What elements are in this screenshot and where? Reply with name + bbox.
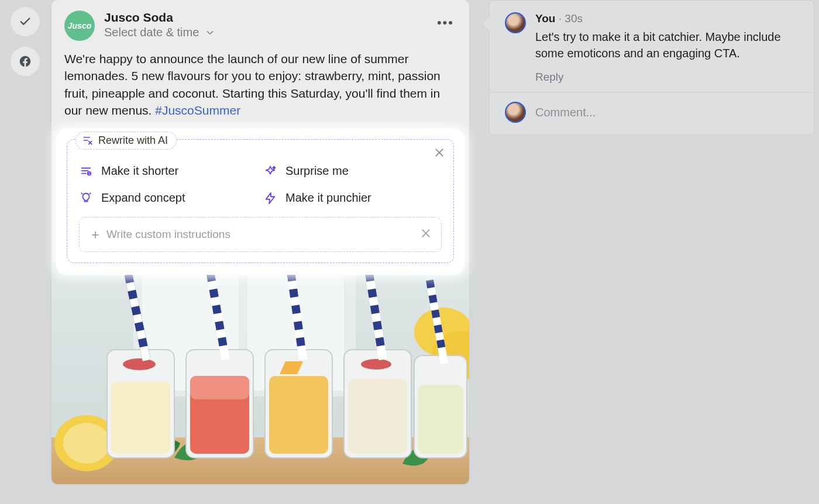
svg-rect-63 [426,279,435,288]
ai-option-label: Surprise me [285,164,349,178]
schedule-picker[interactable]: Select date & time [104,26,215,39]
svg-rect-59 [376,337,385,346]
comment-text: Let's try to make it a bit catchier. May… [535,29,799,61]
svg-rect-56 [367,288,377,298]
svg-rect-29 [125,274,135,284]
svg-rect-61 [418,385,463,454]
comment-header: You · 30s [535,12,799,25]
ai-option-label: Make it shorter [101,164,178,178]
svg-rect-49 [294,321,303,330]
approve-button[interactable] [11,7,40,36]
svg-rect-31 [131,306,141,316]
comment-input[interactable] [535,106,799,119]
svg-rect-42 [218,337,227,346]
plus-icon: ＋ [89,226,99,243]
check-icon [19,15,32,28]
schedule-label: Select date & time [104,26,199,39]
svg-rect-48 [291,305,301,314]
svg-line-9 [81,193,82,194]
avatar [505,102,526,123]
brand-avatar: Jusco [64,11,95,41]
ai-custom-instruction-field[interactable]: ＋ [79,217,442,252]
svg-rect-33 [138,337,148,347]
post-hashtag[interactable]: #JuscoSummer [155,103,240,117]
ai-rewrite-title-text: Rewrite with AI [98,134,168,147]
facebook-channel-button[interactable] [11,47,40,76]
reply-button[interactable]: Reply [535,71,799,84]
ai-option-shorter[interactable]: Make it shorter [79,164,257,178]
left-rail [11,7,40,76]
svg-rect-47 [289,288,298,298]
post-author-name: Jusco Soda [104,11,215,25]
rewrite-icon [82,134,94,146]
facebook-icon [19,55,32,68]
comment-time: · 30s [559,12,583,25]
speech-tail [483,17,490,31]
post-body[interactable]: We're happy to announce the launch of ou… [51,44,469,123]
svg-point-20 [63,423,110,464]
post-more-button[interactable]: ••• [435,11,456,35]
svg-rect-65 [431,309,440,318]
svg-rect-66 [434,324,443,333]
svg-rect-24 [111,382,170,454]
ai-custom-clear-button[interactable] [420,227,432,241]
post-text: We're happy to announce the launch of ou… [64,52,441,117]
ai-option-expand[interactable]: Expand concept [79,191,257,205]
shorter-icon [80,165,92,178]
svg-point-53 [361,359,391,370]
post-card: Jusco Jusco Soda Select date & time ••• … [51,0,469,484]
svg-rect-58 [373,320,382,330]
svg-rect-36 [190,376,249,399]
chevron-down-icon [205,27,215,38]
svg-rect-40 [212,305,221,314]
svg-rect-57 [370,305,380,314]
close-icon [433,147,445,158]
bolt-icon [264,192,277,205]
svg-rect-44 [269,376,328,454]
svg-rect-39 [209,288,219,298]
svg-rect-50 [296,337,305,346]
svg-line-10 [90,193,90,194]
ai-options-grid: Make it shorter Surprise me Expand conce… [79,164,442,205]
ai-option-punchier[interactable]: Make it punchier [263,191,442,205]
avatar [505,12,526,33]
svg-rect-64 [429,294,438,303]
svg-rect-41 [215,320,224,330]
comment-input-row [490,92,814,134]
brand-avatar-text: Jusco [68,21,91,30]
close-icon [420,227,432,239]
post-image [51,262,469,484]
ai-panel-close-button[interactable] [433,147,445,161]
svg-marker-11 [266,192,275,203]
ai-rewrite-title: Rewrite with AI [75,132,177,150]
ai-custom-instruction-input[interactable] [106,228,413,241]
lightbulb-icon [80,192,92,205]
ai-option-label: Expand concept [101,191,185,205]
ai-rewrite-panel: Rewrite with AI Make it shorter Surprise… [56,129,464,275]
ai-option-surprise[interactable]: Surprise me [263,164,442,178]
comment-author: You [535,12,555,25]
svg-rect-67 [436,339,445,348]
ai-option-label: Make it punchier [285,191,371,205]
svg-rect-30 [128,289,137,299]
svg-rect-32 [135,322,144,332]
sparkle-icon [264,165,277,178]
comments-panel: You · 30s Let's try to make it a bit cat… [489,0,814,135]
ai-rewrite-fieldset: Rewrite with AI Make it shorter Surprise… [67,139,454,263]
svg-rect-52 [348,379,407,454]
comment-thread: You · 30s Let's try to make it a bit cat… [490,1,814,92]
post-header: Jusco Jusco Soda Select date & time ••• [51,0,469,44]
